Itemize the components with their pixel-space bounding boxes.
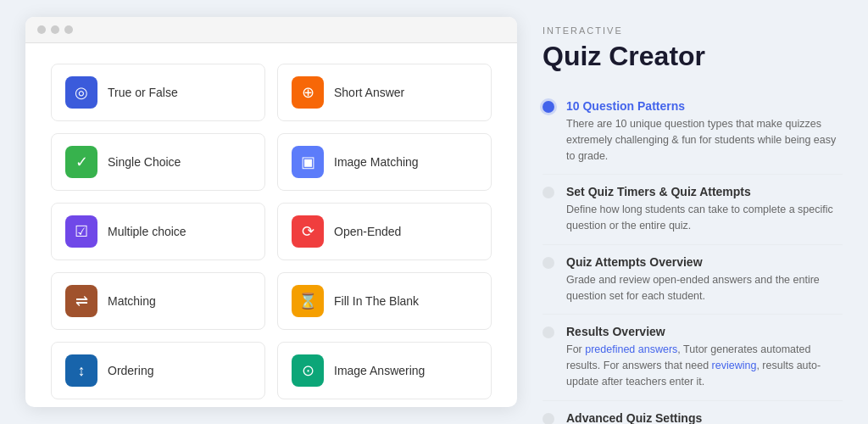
feature-desc-question-patterns: There are 10 unique question types that … bbox=[566, 116, 843, 164]
browser-bar bbox=[25, 17, 517, 43]
feature-desc-quiz-attempts: Grade and review open-ended answers and … bbox=[566, 272, 843, 304]
right-panel: INTERACTIVE Quiz Creator 10 Question Pat… bbox=[542, 17, 843, 407]
quiz-item-ordering[interactable]: ↕ Ordering bbox=[51, 342, 265, 399]
quiz-icon-true-false: ◎ bbox=[65, 76, 97, 109]
quiz-icon-ordering: ↕ bbox=[65, 354, 97, 387]
feature-dot-wrap-advanced-settings bbox=[542, 411, 554, 425]
feature-item-advanced-settings: Advanced Quiz SettingsA tonnes of useful… bbox=[542, 401, 843, 425]
main-title: Quiz Creator bbox=[542, 41, 843, 72]
browser-dot-2 bbox=[51, 25, 59, 34]
feature-dot-wrap-quiz-attempts bbox=[542, 255, 554, 304]
feature-item-quiz-timers: Set Quiz Timers & Quiz AttemptsDefine ho… bbox=[542, 175, 843, 245]
feature-text-quiz-timers: Set Quiz Timers & Quiz AttemptsDefine ho… bbox=[566, 185, 843, 234]
quiz-icon-fill-in-blank: ⌛ bbox=[292, 285, 324, 317]
quiz-item-fill-in-blank[interactable]: ⌛ Fill In The Blank bbox=[277, 272, 492, 330]
feature-item-quiz-attempts: Quiz Attempts OverviewGrade and review o… bbox=[542, 245, 843, 315]
quiz-label-open-ended: Open-Ended bbox=[334, 225, 401, 238]
feature-dot-wrap-results-overview bbox=[542, 325, 554, 389]
section-label: INTERACTIVE bbox=[542, 25, 843, 36]
quiz-icon-short-answer: ⊕ bbox=[292, 76, 324, 109]
quiz-item-image-matching[interactable]: ▣ Image Matching bbox=[277, 133, 492, 191]
feature-item-question-patterns: 10 Question PatternsThere are 10 unique … bbox=[542, 89, 843, 175]
quiz-item-short-answer[interactable]: ⊕ Short Answer bbox=[277, 64, 492, 121]
quiz-label-ordering: Ordering bbox=[108, 364, 153, 377]
feature-desc-results-overview: For predefined answers, Tutor generates … bbox=[566, 342, 843, 389]
quiz-label-image-answering: Image Answering bbox=[334, 364, 425, 377]
feature-dot-wrap-question-patterns bbox=[542, 99, 554, 164]
feature-text-question-patterns: 10 Question PatternsThere are 10 unique … bbox=[566, 99, 843, 164]
quiz-icon-single-choice: ✓ bbox=[65, 146, 97, 178]
main-container: ◎ True or False ⊕ Short Answer ✓ Single … bbox=[0, 0, 868, 424]
browser-dot-1 bbox=[37, 25, 46, 34]
feature-dot-advanced-settings bbox=[542, 413, 554, 425]
feature-title-advanced-settings: Advanced Quiz Settings bbox=[566, 411, 787, 425]
feature-text-results-overview: Results OverviewFor predefined answers, … bbox=[566, 325, 843, 389]
feature-title-quiz-timers: Set Quiz Timers & Quiz Attempts bbox=[566, 185, 843, 198]
feature-dot-question-patterns bbox=[542, 101, 554, 113]
quiz-item-image-answering[interactable]: ⊙ Image Answering bbox=[277, 342, 492, 399]
feature-title-results-overview: Results Overview bbox=[566, 325, 843, 338]
quiz-item-matching[interactable]: ⇌ Matching bbox=[51, 272, 265, 330]
feature-text-quiz-attempts: Quiz Attempts OverviewGrade and review o… bbox=[566, 255, 843, 304]
feature-text-advanced-settings: Advanced Quiz SettingsA tonnes of useful… bbox=[566, 411, 787, 425]
browser-panel: ◎ True or False ⊕ Short Answer ✓ Single … bbox=[25, 17, 517, 407]
quiz-label-multiple-choice: Multiple choice bbox=[108, 225, 186, 238]
feature-desc-quiz-timers: Define how long students can take to com… bbox=[566, 202, 843, 234]
quiz-label-matching: Matching bbox=[108, 294, 156, 308]
quiz-icon-open-ended: ⟳ bbox=[292, 215, 324, 248]
quiz-icon-image-matching: ▣ bbox=[292, 146, 324, 178]
quiz-label-single-choice: Single Choice bbox=[108, 155, 181, 169]
feature-list: 10 Question PatternsThere are 10 unique … bbox=[542, 89, 843, 424]
quiz-icon-multiple-choice: ☑ bbox=[65, 215, 97, 248]
quiz-item-multiple-choice[interactable]: ☑ Multiple choice bbox=[51, 203, 265, 260]
quiz-label-fill-in-blank: Fill In The Blank bbox=[334, 294, 419, 308]
quiz-label-image-matching: Image Matching bbox=[334, 155, 419, 169]
quiz-icon-matching: ⇌ bbox=[65, 285, 97, 317]
feature-dot-quiz-timers bbox=[542, 187, 554, 198]
feature-item-results-overview: Results OverviewFor predefined answers, … bbox=[542, 315, 843, 400]
quiz-item-open-ended[interactable]: ⟳ Open-Ended bbox=[277, 203, 492, 260]
quiz-item-single-choice[interactable]: ✓ Single Choice bbox=[51, 133, 265, 191]
feature-dot-quiz-attempts bbox=[542, 257, 554, 269]
quiz-icon-image-answering: ⊙ bbox=[292, 354, 324, 387]
quiz-grid: ◎ True or False ⊕ Short Answer ✓ Single … bbox=[25, 43, 517, 407]
feature-title-quiz-attempts: Quiz Attempts Overview bbox=[566, 255, 843, 269]
feature-title-question-patterns: 10 Question Patterns bbox=[566, 99, 843, 113]
quiz-item-true-false[interactable]: ◎ True or False bbox=[51, 64, 265, 121]
quiz-label-short-answer: Short Answer bbox=[334, 86, 404, 99]
browser-dot-3 bbox=[64, 25, 73, 34]
quiz-label-true-false: True or False bbox=[108, 86, 178, 99]
feature-dot-wrap-quiz-timers bbox=[542, 185, 554, 234]
feature-dot-results-overview bbox=[542, 326, 554, 338]
